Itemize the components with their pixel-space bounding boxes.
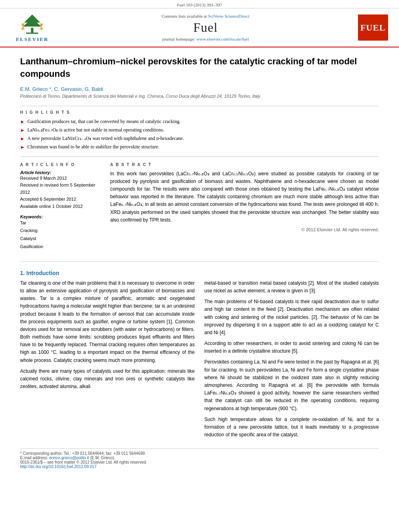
- intro-para-5: According to other researchers, in order…: [204, 340, 379, 355]
- contents-available: Contents lists available at SciVerse Sci…: [162, 14, 249, 18]
- highlight-text-4: Chromium was found to be able to stabili…: [27, 143, 159, 150]
- intro-para-7: Such high temperature allows for a compl…: [204, 416, 379, 439]
- copyright-line: © 2012 Elsevier Ltd. All rights reserved…: [110, 227, 379, 232]
- intro-para-6: Perovskites containing La, Ni and Fe wer…: [204, 358, 379, 412]
- received-date: Received 9 March 2012: [20, 175, 101, 182]
- top-bar: Fuel 103 (2013) 393–397: [0, 0, 399, 8]
- intro-section: 1. Introduction Tar cleaning is one of t…: [20, 270, 379, 442]
- affiliation: Politecnico di Torino, Dipartimento di S…: [20, 94, 379, 99]
- email-note: E-mail address: enrico.grieco@polito.it …: [20, 456, 379, 460]
- highlight-text-3: A new perovskite LaNixCr₁₋ₓO₃ was tested…: [27, 135, 184, 142]
- keyword-3: Catalyst: [20, 235, 101, 243]
- highlight-item-2: ► LaNi₀.₃Fe₀.₇O₃ is active but not stabl…: [20, 126, 379, 134]
- revised-date: Received in revised form 5 September 201…: [20, 182, 101, 196]
- journal-homepage: journal homepage: www.elsevier.com/locat…: [162, 37, 249, 41]
- intro-title: 1. Introduction: [20, 270, 379, 276]
- fuel-logo-box: FUEL: [358, 14, 388, 41]
- keywords-label: Keywords:: [20, 214, 101, 219]
- svg-rect-1: [26, 33, 38, 34]
- highlight-text-2: LaNi₀.₃Fe₀.₇O₃ is active but not stable …: [27, 126, 164, 134]
- divider-2: [20, 156, 379, 157]
- body-col-2: metal-based or transition metal based ca…: [204, 279, 379, 442]
- footnote-section: * Corresponding author. Tel.: +39 011 56…: [20, 448, 379, 469]
- keyword-4: Gasification: [20, 243, 101, 251]
- svg-point-8: [40, 23, 43, 26]
- header-right: FUEL: [355, 12, 391, 43]
- keyword-1: Tar: [20, 219, 101, 227]
- intro-para-4: The main problems of Ni-based catalysts …: [204, 298, 379, 337]
- highlight-arrow-2: ►: [20, 127, 25, 134]
- elsevier-wordmark: ELSEVIER: [16, 36, 49, 43]
- sciverse-link[interactable]: SciVerse ScienceDirect: [208, 14, 249, 18]
- history-block: Article history: Received 9 March 2012 R…: [20, 170, 101, 210]
- homepage-link[interactable]: www.elsevier.com/locate/fuel: [196, 37, 249, 41]
- corresponding-note: * Corresponding author. Tel.: +39 011 56…: [20, 451, 379, 456]
- online-date: Available online 1 October 2012: [20, 203, 101, 210]
- doi-note: http://dx.doi.org/10.1016/j.fuel.2012.09…: [20, 464, 379, 469]
- elsevier-logo: ELSEVIER: [16, 12, 49, 43]
- journal-title: Fuel: [193, 20, 218, 35]
- abstract-col: A B S T R A C T In this work two perovsk…: [110, 162, 379, 255]
- svg-rect-0: [31, 28, 33, 33]
- accepted-date: Accepted 6 September 2012: [20, 196, 101, 203]
- highlight-item-1: ► Gasification produces tar, that can be…: [20, 118, 379, 125]
- elsevier-tree-icon: [18, 12, 46, 35]
- intro-para-1: Tar cleaning is one of the main problems…: [20, 279, 195, 364]
- article-info-heading: A R T I C L E I N F O: [20, 162, 101, 167]
- citation: Fuel 103 (2013) 393–397: [177, 2, 222, 7]
- keywords-block: Keywords: Tar Cracking Catalyst Gasifica…: [20, 214, 101, 251]
- header-center: Contents lists available at SciVerse Sci…: [60, 12, 351, 43]
- highlight-arrow-1: ►: [20, 118, 25, 125]
- highlight-item-4: ► Chromium was found to be able to stabi…: [20, 143, 379, 151]
- body-two-col: Tar cleaning is one of the main problems…: [20, 279, 379, 442]
- article-info-col: A R T I C L E I N F O Article history: R…: [20, 162, 101, 255]
- abstract-heading: A B S T R A C T: [110, 162, 379, 167]
- authors: E.M. Grieco *, C. Gervasio, G. Baldi: [20, 86, 379, 92]
- intro-label: Introduction: [27, 270, 60, 276]
- issn-note: 0016-2361/$ – see front matter © 2012 El…: [20, 460, 379, 464]
- highlight-text-1: Gasification produces tar, that can be c…: [27, 118, 181, 125]
- header-left: ELSEVIER: [8, 12, 56, 43]
- highlight-item-3: ► A new perovskite LaNixCr₁₋ₓO₃ was test…: [20, 135, 379, 142]
- divider-1: [20, 106, 379, 106]
- divider-3: [20, 261, 379, 262]
- journal-header: ELSEVIER Contents lists available at Sci…: [0, 8, 399, 47]
- highlights-section: H I G H L I G H T S ► Gasification produ…: [20, 110, 379, 151]
- two-col-section: A R T I C L E I N F O Article history: R…: [20, 162, 379, 255]
- doi-link[interactable]: http://dx.doi.org/10.1016/j.fuel.2012.09…: [20, 464, 97, 469]
- article-title: Lanthanum–chromium–nickel perovskites fo…: [20, 55, 379, 80]
- email-link[interactable]: enrico.grieco@polito.it: [49, 456, 89, 460]
- abstract-text: In this work two perovskites (LaCr₀.₇Ni₀…: [110, 170, 379, 224]
- highlight-arrow-4: ►: [20, 144, 25, 151]
- intro-para-2: Actually there are many types of catalys…: [20, 368, 195, 391]
- intro-para-3: metal-based or transition metal based ca…: [204, 279, 379, 295]
- history-label: Article history:: [20, 170, 101, 175]
- intro-num: 1.: [20, 270, 25, 276]
- highlight-arrow-3: ►: [20, 135, 25, 142]
- body-col-1: Tar cleaning is one of the main problems…: [20, 279, 195, 442]
- keyword-2: Cracking: [20, 227, 101, 235]
- svg-point-4: [22, 23, 24, 26]
- highlights-heading: H I G H L I G H T S: [20, 110, 379, 115]
- main-content: Lanthanum–chromium–nickel perovskites fo…: [0, 47, 399, 477]
